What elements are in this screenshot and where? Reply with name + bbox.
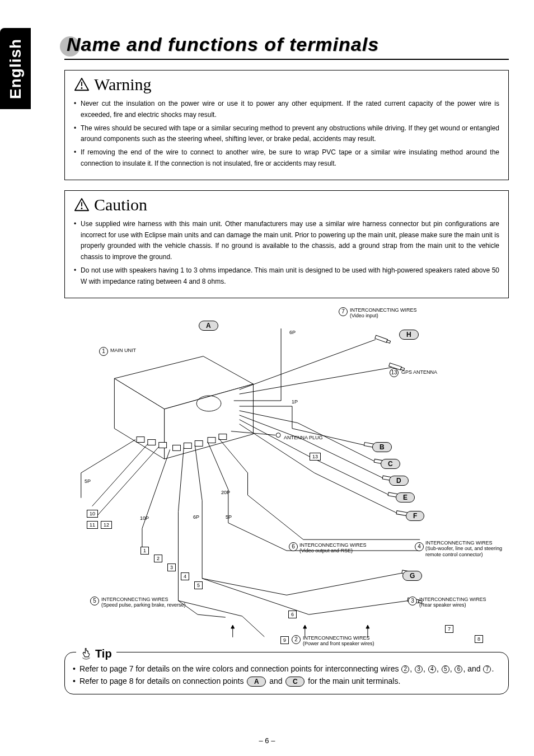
callout-6: 6	[289, 542, 298, 551]
label-ic7-title: INTERCONNECTING WIRES	[350, 307, 417, 313]
and: and	[467, 664, 483, 673]
terminal-pill-f: F	[406, 511, 424, 521]
box-1: 1	[140, 547, 149, 555]
box-11: 11	[87, 521, 98, 529]
terminal-pill-b: B	[372, 442, 392, 452]
callout-4: 4	[415, 542, 424, 551]
terminal-pill-h: H	[399, 330, 419, 340]
port-5p-left: 5P	[85, 478, 91, 485]
label-main-unit: MAIN UNIT	[110, 348, 136, 354]
language-tab: English	[0, 28, 31, 109]
box-12: 12	[101, 521, 112, 529]
port-20p: 20P	[221, 490, 230, 496]
caution-item: Do not use with speakers having 1 to 3 o…	[74, 265, 499, 288]
circled-2: 2	[401, 665, 409, 673]
sep: ,	[410, 664, 414, 673]
label-ic3-sub: (Rear speaker wires)	[419, 602, 466, 608]
port-10p: 10P	[140, 515, 149, 522]
box-8: 8	[475, 635, 483, 643]
tip2-pre: Refer to page 8 for details on connectio…	[79, 677, 246, 685]
sep: ,	[437, 664, 441, 673]
box-5: 5	[194, 581, 203, 589]
label-gps: GPS ANTENNA	[401, 369, 437, 375]
tip2-post: for the main unit terminals.	[308, 677, 400, 685]
label-ic4-title: INTERCONNECTING WIRES	[425, 540, 493, 546]
terminal-pill-c: C	[381, 459, 400, 469]
warning-item: If removing the end of the wire to conne…	[74, 147, 499, 170]
callout-3: 3	[408, 597, 417, 605]
box-4: 4	[181, 572, 189, 580]
terminal-pill-g: G	[402, 571, 422, 581]
svg-rect-5	[137, 436, 144, 442]
terminal-pill-a: A	[199, 321, 218, 331]
label-antenna-plug: ANTENNA PLUG	[284, 435, 323, 441]
svg-rect-14	[375, 335, 388, 342]
hand-pointing-icon	[81, 647, 92, 660]
terminal-pill-e: E	[396, 492, 415, 503]
label-ic5-title: INTERCONNECTING WIRES	[101, 597, 168, 602]
sep: ,	[450, 664, 455, 673]
svg-rect-10	[195, 440, 203, 446]
tip1-pre: Refer to page 7 for details on the wire …	[79, 664, 401, 673]
tip-list: Refer to page 7 for details on the wire …	[73, 663, 500, 688]
tip-item-2: Refer to page 8 for details on connectio…	[73, 675, 500, 687]
pill-c-inline: C	[285, 677, 305, 687]
label-ic3: INTERCONNECTING WIRES (Rear speaker wire…	[419, 597, 486, 609]
tip1-post: .	[491, 664, 494, 673]
svg-point-3	[81, 208, 83, 209]
warning-heading: Warning	[94, 75, 152, 94]
svg-point-1	[81, 87, 83, 89]
box-2: 2	[154, 555, 162, 562]
label-ic7: INTERCONNECTING WIRES (Video input)	[350, 307, 417, 320]
warning-box: Warning Never cut the insulation on the …	[64, 70, 509, 180]
box-9: 9	[280, 636, 289, 644]
label-ic5: INTERCONNECTING WIRES (Speed pulse, park…	[101, 597, 186, 609]
svg-rect-11	[208, 437, 216, 443]
title-rule	[64, 59, 509, 60]
svg-rect-12	[219, 434, 227, 439]
caution-icon	[74, 198, 90, 212]
page-number: – 6 –	[0, 736, 534, 745]
svg-rect-8	[173, 445, 181, 450]
page-title: Name and functions of terminals	[64, 34, 509, 55]
port-6p-top: 6P	[289, 330, 296, 336]
callout-5: 5	[90, 597, 99, 605]
warning-list: Never cut the insulation on the power wi…	[74, 98, 499, 170]
warning-item: Never cut the insulation on the power wi…	[74, 98, 499, 121]
box-10: 10	[87, 510, 98, 518]
wiring-diagram: A H B C D E F G 1 7 13 6 4 5 3 2 10 11 1…	[64, 305, 509, 652]
label-ic2-title: INTERCONNECTING WIRES	[303, 635, 370, 641]
tip-header: Tip	[76, 645, 116, 663]
box-6: 6	[288, 611, 297, 618]
callout-2: 2	[292, 635, 301, 644]
pill-a-inline: A	[247, 677, 266, 687]
label-ic6-sub: (Video output and RSE)	[299, 548, 353, 553]
warning-header: Warning	[74, 75, 499, 94]
tip2-mid: and	[269, 677, 284, 685]
port-1p: 1P	[292, 399, 298, 405]
caution-item: Use supplied wire harness with this main…	[74, 219, 499, 263]
box-13: 13	[310, 453, 321, 461]
label-ic6-title: INTERCONNECTING WIRES	[299, 542, 367, 548]
svg-point-13	[276, 433, 280, 437]
tip-item-1: Refer to page 7 for details on the wire …	[73, 663, 500, 675]
tip-heading: Tip	[95, 645, 112, 663]
caution-box: Caution Use supplied wire harness with t…	[64, 190, 509, 298]
box-7: 7	[445, 625, 453, 633]
circled-7: 7	[483, 665, 491, 673]
caution-list: Use supplied wire harness with this main…	[74, 219, 499, 288]
terminal-pill-d: D	[389, 476, 409, 486]
sep: ,	[423, 664, 428, 673]
callout-1: 1	[99, 347, 108, 356]
callout-13: 13	[390, 368, 399, 377]
label-ic4-sub: (Sub-woofer, line out, and steering remo…	[425, 546, 502, 557]
title-block: Name and functions of terminals	[64, 34, 509, 60]
circled-5: 5	[442, 665, 449, 673]
page: English Name and functions of terminals …	[0, 0, 534, 756]
port-5p-right: 5P	[226, 514, 232, 520]
svg-rect-7	[159, 442, 167, 448]
svg-rect-6	[148, 439, 156, 445]
port-6p-bot: 6P	[193, 514, 199, 520]
label-ic4: INTERCONNECTING WIRES (Sub-woofer, line …	[425, 540, 509, 558]
svg-rect-15	[387, 340, 391, 343]
